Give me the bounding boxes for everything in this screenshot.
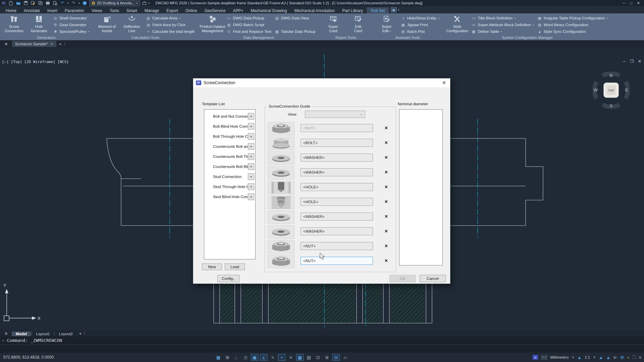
add-layout-icon[interactable]: +: [79, 331, 82, 336]
snap-mode-icon[interactable]: ⊞: [224, 354, 231, 361]
ribbon-minimize-caret-icon[interactable]: ▾: [398, 8, 399, 11]
save-icon[interactable]: [23, 1, 28, 5]
units-caret-icon[interactable]: ▼: [572, 356, 574, 359]
dropdown-button[interactable]: ▼: [248, 133, 254, 140]
guide-part-input[interactable]: [301, 213, 373, 221]
delete-row-icon[interactable]: ×: [385, 198, 388, 205]
cancel-button[interactable]: Cancel: [420, 275, 446, 282]
command-close-icon[interactable]: ✕: [2, 338, 4, 343]
statusbar-menu-icon[interactable]: ≡: [639, 355, 641, 360]
template-item-countersunk-bolt-an[interactable]: Countersunk Bolt an▼: [204, 141, 255, 152]
ribbon-item-super-attribute-block-definition[interactable]: ▭Super Attribute Block Definition▾: [471, 22, 534, 28]
undo-icon[interactable]: ↶: [60, 1, 65, 5]
maximize-button[interactable]: □: [630, 1, 632, 5]
ribbon-item-sprocket-pulley[interactable]: ✱Sprocket/Pulley▾: [53, 28, 89, 35]
save-as-icon[interactable]: [31, 1, 36, 5]
ribbon-item-irregular-table-pickup-configuration[interactable]: ▦Irregular Table Pickup Configuration▾: [537, 15, 608, 21]
vp-close-icon[interactable]: ✕: [638, 59, 641, 64]
layout-menu-icon[interactable]: ≡: [3, 331, 9, 336]
preview-icon[interactable]: [53, 1, 58, 5]
doc-menu-icon[interactable]: ≡: [3, 41, 9, 47]
hardware-acceleration-icon[interactable]: ⌁: [627, 355, 630, 360]
ribbon-button-style-configuration[interactable]: StyleConfiguration: [445, 14, 469, 35]
polar-tracking-icon[interactable]: ◷: [242, 354, 249, 361]
close-tab-icon[interactable]: ✕: [50, 42, 53, 46]
command-input-row[interactable]: [0, 345, 644, 353]
guide-part-input[interactable]: [301, 183, 373, 191]
ortho-mode-icon[interactable]: ∟: [233, 354, 240, 361]
ribbon-button-moment-of-inertia[interactable]: Moment ofInertia: [95, 14, 119, 35]
ribbon-item-shaft-generator[interactable]: ◎Shaft Generator: [53, 15, 89, 21]
ribbon-button-hole-generator[interactable]: HoleGenerator: [27, 14, 51, 35]
template-item-stud-blind-hole-con[interactable]: Stud Blind Hole Con▼: [204, 192, 255, 202]
tab-export[interactable]: Export: [163, 7, 182, 14]
view-cube[interactable]: N E S W TOP: [593, 72, 630, 109]
ribbon-item-dwg-data-view[interactable]: ▧DWG Data View: [275, 15, 316, 21]
object-snap-tracking-icon[interactable]: ∠: [260, 354, 267, 361]
ribbon-item-title-block-definition[interactable]: ▭Title Block Definition▾: [471, 15, 534, 21]
lineweight-icon[interactable]: ≡: [287, 354, 294, 361]
units-label[interactable]: Millimeters: [550, 355, 569, 359]
selection-filter-icon[interactable]: ⊳: [613, 355, 617, 360]
guide-part-input[interactable]: [301, 168, 373, 176]
delete-row-icon[interactable]: ×: [385, 228, 388, 235]
template-item-bolt-and-nut-connec[interactable]: Bolt and Nut Connec▼: [204, 111, 255, 121]
grid-display-icon[interactable]: ▦: [215, 354, 222, 361]
template-item-countersunk-bolt-bli[interactable]: Countersunk Bolt Bli▼: [204, 162, 255, 172]
tab-tool-set[interactable]: Tool Set: [367, 7, 388, 14]
minimize-button[interactable]: ─: [623, 1, 625, 5]
annotation-visibility-icon[interactable]: ▲: [599, 355, 603, 360]
tab-part-library[interactable]: Part Library: [338, 7, 367, 14]
ribbon-item-tabular-data-pickup[interactable]: ▦Tabular Data Pickup: [275, 28, 316, 35]
toolbox-icon[interactable]: [142, 1, 147, 5]
template-item-bolt-blind-hole-conn[interactable]: Bolt Blind Hole Conn▼: [204, 121, 255, 131]
template-item-stud-through-hole-c[interactable]: Stud Through Hole C▼: [204, 182, 255, 192]
scale-caret-icon[interactable]: ▼: [593, 356, 596, 359]
guide-part-input[interactable]: [301, 124, 373, 132]
ribbon-item-fetch-area-by-click[interactable]: ▤Fetch Area by Click: [146, 22, 195, 28]
delete-row-icon[interactable]: ×: [385, 243, 388, 249]
workspace-switch-icon[interactable]: ▱: [341, 354, 349, 361]
ribbon-button-edit-card[interactable]: EditCard: [346, 14, 370, 35]
tab-insert[interactable]: Insert: [44, 7, 61, 14]
load-button[interactable]: Load: [225, 263, 245, 270]
viewport-controls-label[interactable]: [—] [Top] [2D Wireframe] [WCS]: [2, 60, 69, 64]
annotation-monitor-icon[interactable]: ≣: [323, 354, 331, 361]
object-snap-icon[interactable]: ▣: [251, 354, 258, 361]
command-line-text[interactable]: Command: _ZWMSCREWCON: [7, 338, 62, 343]
new-file-icon[interactable]: [8, 1, 13, 5]
guide-part-input[interactable]: [301, 242, 373, 250]
ribbon-item-dwg-data-pickup[interactable]: ▱DWG Data Pickup: [227, 15, 271, 21]
guide-part-input[interactable]: [301, 257, 373, 265]
settings-gear-icon[interactable]: ⚙: [620, 355, 624, 360]
nominal-diameter-list[interactable]: [399, 109, 443, 265]
dropdown-button[interactable]: ▼: [248, 123, 254, 130]
guide-part-input[interactable]: [301, 198, 373, 206]
vp-restore-icon[interactable]: ❐: [630, 59, 634, 64]
delete-row-icon[interactable]: ×: [385, 169, 388, 176]
plot-icon[interactable]: [38, 1, 43, 5]
dialog-titlebar[interactable]: ScrewConnection ✕: [193, 78, 450, 87]
config-button[interactable]: Config..: [217, 275, 239, 282]
qat-more-caret-icon[interactable]: ▾: [149, 2, 150, 5]
dropdown-button[interactable]: ▼: [248, 183, 254, 190]
dropdown-button[interactable]: ▼: [248, 113, 254, 120]
ribbon-item-calculate-the-total-length[interactable]: ≈Calculate the total length: [146, 28, 195, 35]
tab-views[interactable]: Views: [88, 7, 106, 14]
ribbon-button-product-inplace-management[interactable]: Product InplaceManagement: [201, 14, 225, 35]
view-combobox[interactable]: ⌄: [305, 111, 365, 118]
delete-row-icon[interactable]: ×: [385, 257, 388, 264]
dropdown-button[interactable]: ▼: [248, 173, 254, 180]
dropdown-button[interactable]: ▼: [248, 193, 254, 200]
layout-tab-layout2[interactable]: Layout2: [55, 331, 77, 336]
ribbon-style-icon[interactable]: ▣: [391, 7, 397, 12]
delete-row-icon[interactable]: ×: [385, 213, 388, 220]
ribbon-item-batch-plot[interactable]: ▤Batch Plot: [401, 28, 440, 35]
clean-screen-icon[interactable]: ⛶: [633, 355, 636, 360]
dropdown-button[interactable]: ▼: [248, 163, 254, 170]
new-button[interactable]: New: [202, 263, 222, 270]
template-item-stud-connection[interactable]: Stud Connection▼: [204, 172, 255, 182]
dynamic-ucs-icon[interactable]: +: [278, 354, 285, 361]
tab-mechanical-drawing[interactable]: Mechanical Drawing: [247, 7, 290, 14]
command-line-panel[interactable]: ✕ Command: _ZWMSCREWCON: [0, 337, 644, 353]
